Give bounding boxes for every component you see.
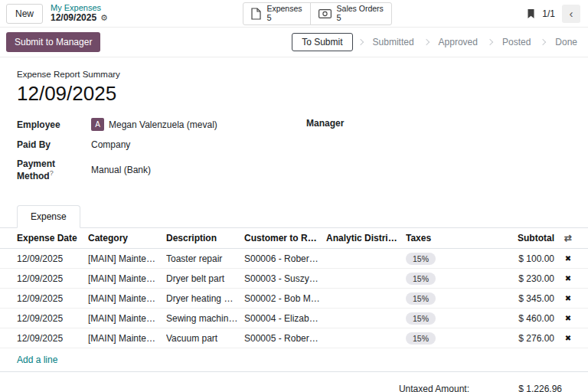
cell-expense-date[interactable]: 12/09/2025 xyxy=(17,253,88,264)
pager: 1/1 ‹ xyxy=(527,5,582,23)
cell-category[interactable]: [MAIN] Maintenance xyxy=(88,333,166,344)
summary-label: Expense Report Summary xyxy=(17,70,588,79)
cell-customer[interactable]: S00003 - Suszy Que xyxy=(244,273,326,284)
status-step-done[interactable]: Done xyxy=(550,34,582,51)
add-line-row: Add a line xyxy=(0,348,588,372)
table-row[interactable]: 12/09/2025 [MAIN] Maintenance Sewing mac… xyxy=(0,309,588,328)
tax-badge[interactable]: 15% xyxy=(406,273,436,285)
expense-lines-table: Expense Date Category Description Custom… xyxy=(0,228,588,372)
cell-description[interactable]: Toaster repair xyxy=(166,253,244,264)
stat-value: 5 xyxy=(266,13,302,23)
chevron-right-icon xyxy=(487,39,493,45)
stat-value: 5 xyxy=(337,13,384,23)
submit-to-manager-button[interactable]: Submit to Manager xyxy=(6,32,100,52)
new-button[interactable]: New xyxy=(6,4,43,24)
cell-subtotal: $ 345.00 xyxy=(479,293,554,304)
add-a-line-link[interactable]: Add a line xyxy=(17,354,57,365)
stat-button-sales-orders[interactable]: Sales Orders 5 xyxy=(310,2,392,25)
pager-value[interactable]: 1/1 xyxy=(542,8,555,19)
cell-category[interactable]: [MAIN] Maintenance xyxy=(88,293,166,304)
cell-description[interactable]: Vacuum part xyxy=(166,333,244,344)
cell-subtotal: $ 460.00 xyxy=(479,313,554,324)
table-row[interactable]: 12/09/2025 [MAIN] Maintenance Dryer heat… xyxy=(0,289,588,309)
payment-method-value[interactable]: Manual (Bank) xyxy=(91,165,151,175)
delete-row-icon[interactable]: ✖ xyxy=(554,314,582,322)
action-bar: Submit to Manager To Submit Submitted Ap… xyxy=(0,28,588,57)
gear-icon[interactable]: ⚙ xyxy=(100,14,108,22)
cell-customer[interactable]: S00002 - Bob Mackl... xyxy=(244,293,326,304)
avatar: A xyxy=(91,118,104,131)
stat-label: Expenses xyxy=(266,4,302,13)
cell-expense-date[interactable]: 12/09/2025 xyxy=(17,313,88,324)
cell-subtotal: $ 276.00 xyxy=(479,333,554,344)
col-subtotal[interactable]: Subtotal xyxy=(479,233,554,243)
breadcrumb-current: 12/09/2025 xyxy=(51,13,96,24)
untaxed-amount-row: Untaxed Amount: $ 1,226.96 xyxy=(348,380,562,392)
table-row[interactable]: 12/09/2025 [MAIN] Maintenance Dryer belt… xyxy=(0,269,588,289)
status-step-to-submit[interactable]: To Submit xyxy=(292,33,352,51)
tax-badge[interactable]: 15% xyxy=(406,332,436,345)
paid-by-field-row: Paid By Company xyxy=(17,139,306,150)
paid-by-value[interactable]: Company xyxy=(91,139,130,150)
tax-badge[interactable]: 15% xyxy=(406,292,436,305)
stat-buttons: Expenses 5 Sales Orders 5 xyxy=(243,2,391,25)
tax-badge[interactable]: 15% xyxy=(406,312,436,325)
untaxed-amount-label: Untaxed Amount: xyxy=(348,384,482,392)
delete-row-icon[interactable]: ✖ xyxy=(554,294,582,302)
manager-label: Manager xyxy=(306,118,381,129)
employee-value[interactable]: Megan Valenzuela (meval) xyxy=(109,119,217,130)
cell-expense-date[interactable]: 12/09/2025 xyxy=(17,273,88,284)
cell-category[interactable]: [MAIN] Maintenance xyxy=(88,273,166,284)
payment-method-field-row: Payment Method? Manual (Bank) xyxy=(17,158,306,181)
cell-description[interactable]: Sewing machine part xyxy=(166,313,244,324)
optional-columns-icon[interactable]: ⇄ xyxy=(554,233,582,243)
chevron-right-icon xyxy=(540,39,546,45)
cell-customer[interactable]: S00005 - Robert Dot xyxy=(244,333,326,344)
statusbar: To Submit Submitted Approved Posted Done xyxy=(292,33,582,51)
cell-category[interactable]: [MAIN] Maintenance xyxy=(88,313,166,324)
tax-badge[interactable]: 15% xyxy=(406,253,436,265)
stat-label: Sales Orders xyxy=(337,4,384,13)
paid-by-label: Paid By xyxy=(17,139,91,150)
table-header-row: Expense Date Category Description Custom… xyxy=(0,228,588,249)
stat-button-expenses[interactable]: Expenses 5 xyxy=(243,2,310,25)
col-category[interactable]: Category xyxy=(88,233,166,243)
table-row[interactable]: 12/09/2025 [MAIN] Maintenance Vacuum par… xyxy=(0,328,588,348)
delete-row-icon[interactable]: ✖ xyxy=(554,334,582,342)
help-icon: ? xyxy=(50,169,54,177)
chevron-right-icon xyxy=(423,39,429,45)
col-expense-date[interactable]: Expense Date xyxy=(17,233,88,243)
untaxed-amount-value: $ 1,226.96 xyxy=(482,384,562,392)
cell-description[interactable]: Dryer heating eleme... xyxy=(166,293,244,304)
col-customer[interactable]: Customer to Rein... xyxy=(244,233,326,243)
status-step-approved[interactable]: Approved xyxy=(434,34,482,51)
status-step-submitted[interactable]: Submitted xyxy=(368,34,419,51)
status-step-posted[interactable]: Posted xyxy=(498,34,535,51)
employee-label: Employee xyxy=(17,119,91,130)
cell-customer[interactable]: S00004 - Elizabeth P... xyxy=(244,313,326,324)
col-description[interactable]: Description xyxy=(166,233,244,243)
money-icon xyxy=(318,9,332,18)
cell-customer[interactable]: S00006 - Robert Dot xyxy=(244,253,326,264)
cell-subtotal: $ 230.00 xyxy=(479,273,554,284)
cell-category[interactable]: [MAIN] Maintenance xyxy=(88,253,166,264)
pager-previous-button[interactable]: ‹ xyxy=(562,5,580,23)
delete-row-icon[interactable]: ✖ xyxy=(554,254,582,263)
tab-expense[interactable]: Expense xyxy=(17,205,80,228)
cell-expense-date[interactable]: 12/09/2025 xyxy=(17,293,88,304)
cell-expense-date[interactable]: 12/09/2025 xyxy=(17,333,88,344)
form-sheet: Expense Report Summary 12/09/2025 Employ… xyxy=(0,57,588,190)
totals-block: Untaxed Amount: $ 1,226.96 Taxes: $ 184.… xyxy=(348,380,562,392)
table-row[interactable]: 12/09/2025 [MAIN] Maintenance Toaster re… xyxy=(0,249,588,269)
bookmark-icon[interactable] xyxy=(527,8,535,19)
document-icon xyxy=(251,8,261,20)
delete-row-icon[interactable]: ✖ xyxy=(554,274,582,283)
col-taxes[interactable]: Taxes xyxy=(406,233,479,243)
record-title[interactable]: 12/09/2025 xyxy=(17,82,588,106)
col-analytic[interactable]: Analytic Distributi... xyxy=(326,233,406,243)
cell-description[interactable]: Dryer belt part xyxy=(166,273,244,284)
breadcrumb: My Expenses 12/09/2025 ⚙ xyxy=(51,3,108,23)
top-control-panel: New My Expenses 12/09/2025 ⚙ Expenses 5 … xyxy=(0,0,588,28)
payment-method-label: Payment Method? xyxy=(17,158,91,181)
form-fields: Employee A Megan Valenzuela (meval) Paid… xyxy=(17,118,588,190)
